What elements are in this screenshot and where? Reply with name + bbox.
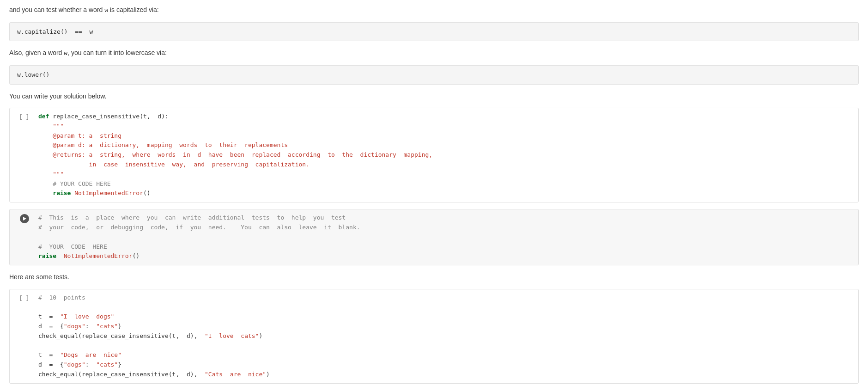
tests-label: Here are some tests.: [9, 272, 859, 282]
cell-gutter-1: [ ]: [10, 108, 33, 126]
cell-counter-3: [ ]: [19, 294, 29, 302]
cell-body-2[interactable]: # This is a place where you can write ad…: [33, 209, 858, 265]
intro-text-3: You can write your solution below.: [9, 91, 859, 101]
notebook-cell-2: # This is a place where you can write ad…: [9, 209, 859, 265]
intro-text-1: and you can test whether a word w is cap…: [9, 5, 859, 16]
notebook-cell-3: [ ] # 10 points t = "I love dogs" d = {"…: [9, 289, 859, 384]
page-content: and you can test whether a word w is cap…: [0, 0, 868, 386]
code-block-capitalize: w.capitalize() == w: [9, 22, 859, 42]
code-lower-text: w.lower(): [17, 70, 851, 80]
cell-body-3[interactable]: # 10 points t = "I love dogs" d = {"dogs…: [33, 289, 858, 383]
code-block-lower: w.lower(): [9, 65, 859, 85]
cell-gutter-2[interactable]: [10, 209, 33, 228]
cell-body-1[interactable]: def replace_case_insensitive(t, d): """ …: [33, 108, 858, 202]
intro-text-2: Also, given a word w, you can turn it in…: [9, 48, 859, 59]
cell-counter-1: [ ]: [19, 113, 29, 121]
run-button-2[interactable]: [20, 214, 29, 223]
cell-gutter-3: [ ]: [10, 289, 33, 307]
notebook-cell-1: [ ] def replace_case_insensitive(t, d): …: [9, 108, 859, 202]
code-capitalize-text: w.capitalize() == w: [17, 27, 851, 37]
